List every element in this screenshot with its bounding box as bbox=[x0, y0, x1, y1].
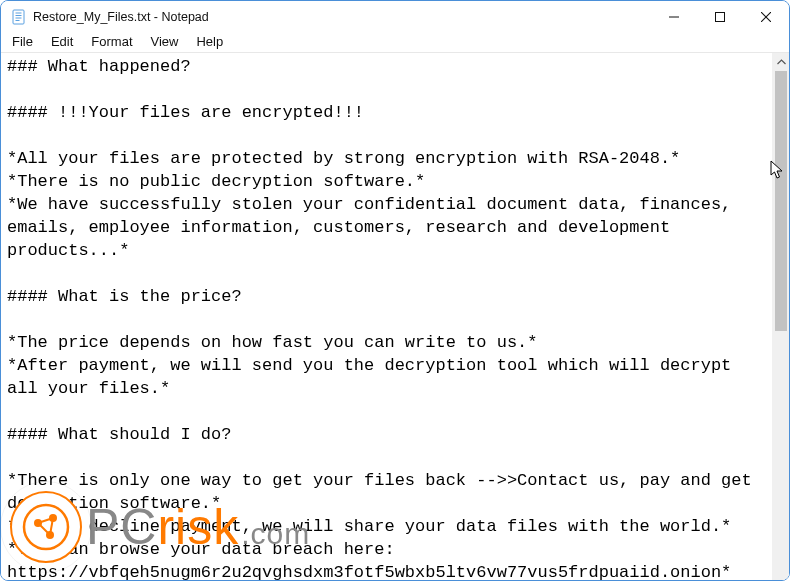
notepad-window: Restore_My_Files.txt - Notepad File Edit… bbox=[0, 0, 790, 581]
notepad-icon bbox=[11, 9, 27, 25]
menu-help[interactable]: Help bbox=[187, 33, 232, 50]
svg-rect-0 bbox=[13, 10, 24, 24]
menu-edit[interactable]: Edit bbox=[42, 33, 82, 50]
menu-format[interactable]: Format bbox=[82, 33, 141, 50]
vertical-scrollbar[interactable] bbox=[772, 53, 789, 581]
titlebar: Restore_My_Files.txt - Notepad bbox=[1, 1, 789, 33]
scroll-thumb[interactable] bbox=[775, 71, 787, 331]
scroll-up-icon[interactable] bbox=[773, 53, 790, 70]
svg-rect-6 bbox=[716, 13, 725, 22]
menubar: File Edit Format View Help bbox=[1, 33, 789, 52]
menu-file[interactable]: File bbox=[3, 33, 42, 50]
close-button[interactable] bbox=[743, 1, 789, 33]
minimize-button[interactable] bbox=[651, 1, 697, 33]
menu-view[interactable]: View bbox=[142, 33, 188, 50]
maximize-button[interactable] bbox=[697, 1, 743, 33]
editor-area: ### What happened? #### !!!Your files ar… bbox=[1, 52, 789, 581]
window-title: Restore_My_Files.txt - Notepad bbox=[33, 10, 209, 24]
text-content[interactable]: ### What happened? #### !!!Your files ar… bbox=[1, 53, 772, 581]
